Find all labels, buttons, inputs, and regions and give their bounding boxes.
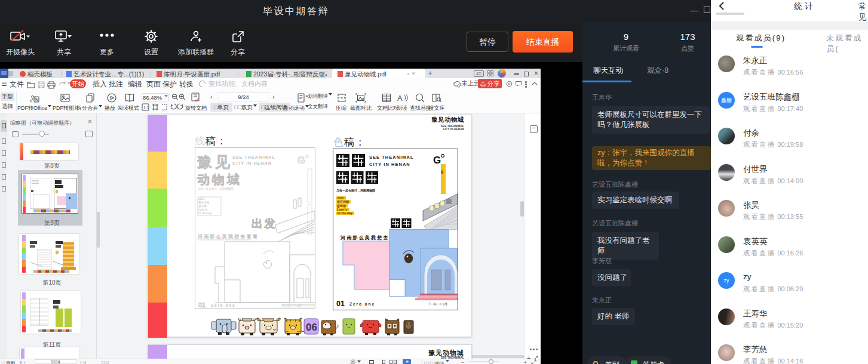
svg-text:Zero one: Zero one [211,303,236,307]
svg-text:06: 06 [306,322,317,333]
svg-text:出发: 出发 [251,217,277,230]
svg-text:A: A [397,94,403,103]
svg-text:爱出发: 爱出发 [198,204,207,208]
svg-text:爱在河南: 爱在河南 [198,200,210,205]
svg-text:on the way: on the way [198,212,212,215]
svg-text:与你一起去旅行→河南博物院: 与你一起去旅行→河南博物院 [336,189,375,193]
svg-text:下一站：二七塔: 下一站：二七塔 [428,303,448,306]
svg-text:CITY IN HENAN: CITY IN HENAN [369,162,410,167]
svg-text:G: G [433,155,441,166]
svg-text:1:1: 1:1 [143,106,149,110]
svg-text:Zero one: Zero one [349,302,375,306]
svg-text:W: W [35,98,39,102]
svg-text:Love is: Love is [198,208,207,211]
svg-text:河南那么美我想去看看: 河南那么美我想去看看 [197,233,259,239]
svg-text:SEE THEANIMAL: SEE THEANIMAL [232,155,275,160]
svg-text:01: 01 [336,300,345,308]
svg-text:Love is: Love is [337,208,347,211]
svg-text:动物城: 动物城 [197,172,242,186]
svg-text:2023: 2023 [337,196,343,200]
svg-text:与你一起去旅行→河南博物院: 与你一起去旅行→河南博物院 [198,187,234,191]
svg-text:01: 01 [198,301,206,309]
svg-text:下一站：二七塔: 下一站：二七塔 [282,304,302,307]
svg-text:on the way: on the way [337,211,352,215]
svg-text:G: G [297,155,305,165]
svg-text:2023: 2023 [198,198,205,200]
svg-text:SEE THEANIMAL: SEE THEANIMAL [369,155,414,160]
svg-text:CITY IN HENAN: CITY IN HENAN [232,161,272,166]
svg-text:豫见: 豫见 [197,153,233,170]
